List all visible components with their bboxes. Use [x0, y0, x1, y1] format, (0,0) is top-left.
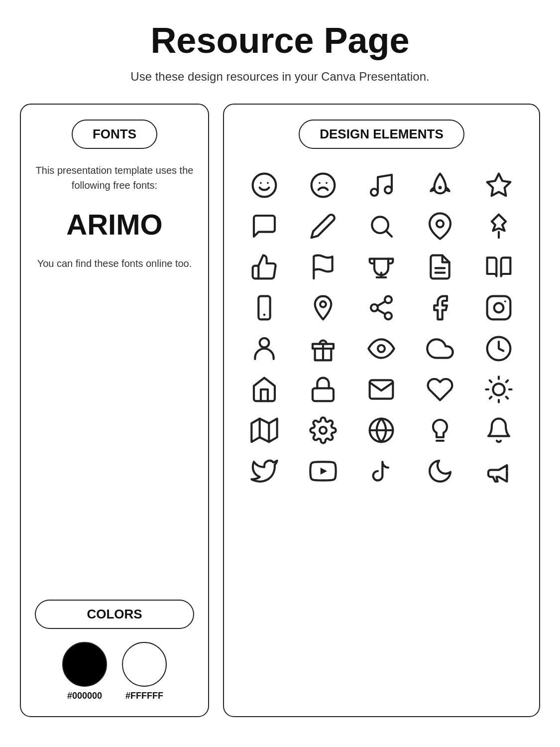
svg-rect-36	[313, 388, 334, 401]
design-elements-panel: DESIGN ELEMENTS	[223, 104, 540, 717]
svg-point-3	[311, 174, 335, 197]
svg-point-5	[326, 182, 328, 184]
icons-grid	[238, 163, 525, 489]
svg-marker-52	[320, 468, 327, 475]
svg-line-40	[490, 380, 491, 382]
icon-sun	[481, 372, 516, 407]
svg-point-21	[320, 301, 326, 307]
icon-instagram	[481, 290, 516, 325]
svg-point-6	[371, 189, 378, 196]
color-swatches: #000000 #FFFFFF	[62, 642, 167, 701]
icon-cloud	[423, 331, 457, 366]
svg-marker-46	[251, 419, 277, 442]
fonts-footer: You can find these fonts online too.	[37, 256, 192, 271]
svg-line-25	[378, 310, 386, 314]
svg-rect-27	[487, 296, 511, 320]
svg-point-12	[437, 220, 444, 227]
svg-point-7	[385, 186, 392, 193]
two-column-layout: FONTS This presentation template uses th…	[20, 104, 540, 717]
svg-line-44	[490, 397, 491, 398]
icon-person	[247, 331, 282, 366]
svg-point-1	[260, 182, 262, 184]
icon-map	[247, 413, 282, 448]
icon-magnify	[364, 209, 399, 244]
icon-sad-face	[306, 168, 340, 203]
svg-point-28	[494, 303, 504, 313]
svg-point-2	[267, 182, 269, 184]
svg-line-45	[506, 380, 508, 382]
icon-facebook	[423, 290, 457, 325]
fonts-panel: FONTS This presentation template uses th…	[20, 104, 209, 717]
svg-point-37	[493, 383, 504, 395]
color-swatch-white: #FFFFFF	[122, 642, 167, 701]
icon-thumbs-up	[247, 249, 282, 284]
icon-share	[364, 290, 399, 325]
svg-point-49	[320, 427, 327, 434]
icon-twitter	[247, 454, 282, 489]
icon-globe	[364, 413, 399, 448]
color-circle-white	[122, 642, 167, 687]
icon-gear	[306, 413, 340, 448]
color-swatch-black: #000000	[62, 642, 107, 701]
icon-document	[423, 249, 457, 284]
icon-youtube	[306, 454, 340, 489]
icon-flag	[306, 249, 340, 284]
page-subtitle: Use these design resources in your Canva…	[130, 70, 429, 84]
icon-pencil	[306, 209, 340, 244]
page-title: Resource Page	[150, 20, 409, 61]
icon-clock	[481, 331, 516, 366]
fonts-badge: FONTS	[72, 120, 157, 149]
icon-star	[481, 168, 516, 203]
icon-chat-bubble	[247, 209, 282, 244]
icon-megaphone	[481, 454, 516, 489]
svg-point-10	[372, 217, 389, 233]
icon-thumbtack	[481, 209, 516, 244]
colors-badge: COLORS	[35, 600, 194, 629]
color-label-black: #000000	[67, 691, 102, 701]
color-circle-black	[62, 642, 107, 687]
icon-trophy	[364, 249, 399, 284]
icon-heart	[423, 372, 457, 407]
icon-lock	[306, 372, 340, 407]
fonts-description: This presentation template uses the foll…	[35, 163, 194, 193]
font-name-display: ARIMO	[66, 208, 162, 241]
icon-gift	[306, 331, 340, 366]
svg-point-4	[319, 182, 321, 184]
icon-rocket	[423, 168, 457, 203]
svg-point-30	[260, 338, 269, 348]
icon-lightbulb	[423, 413, 457, 448]
icon-book	[481, 249, 516, 284]
icon-tiktok	[364, 454, 399, 489]
icon-eye	[364, 331, 399, 366]
icon-bell	[481, 413, 516, 448]
icon-pin	[423, 209, 457, 244]
color-label-white: #FFFFFF	[125, 691, 163, 701]
icon-happy-face	[247, 168, 282, 203]
svg-line-41	[506, 397, 508, 398]
icon-mail	[364, 372, 399, 407]
icon-location-pin	[306, 290, 340, 325]
svg-point-29	[504, 300, 506, 302]
icon-music-note	[364, 168, 399, 203]
svg-line-26	[378, 301, 386, 306]
svg-line-11	[387, 232, 392, 237]
svg-marker-9	[487, 174, 511, 196]
svg-point-34	[378, 345, 385, 352]
icon-phone	[247, 290, 282, 325]
icon-moon	[423, 454, 457, 489]
icon-home	[247, 372, 282, 407]
design-elements-badge: DESIGN ELEMENTS	[299, 120, 464, 149]
svg-point-8	[439, 186, 442, 189]
svg-point-0	[253, 174, 276, 197]
